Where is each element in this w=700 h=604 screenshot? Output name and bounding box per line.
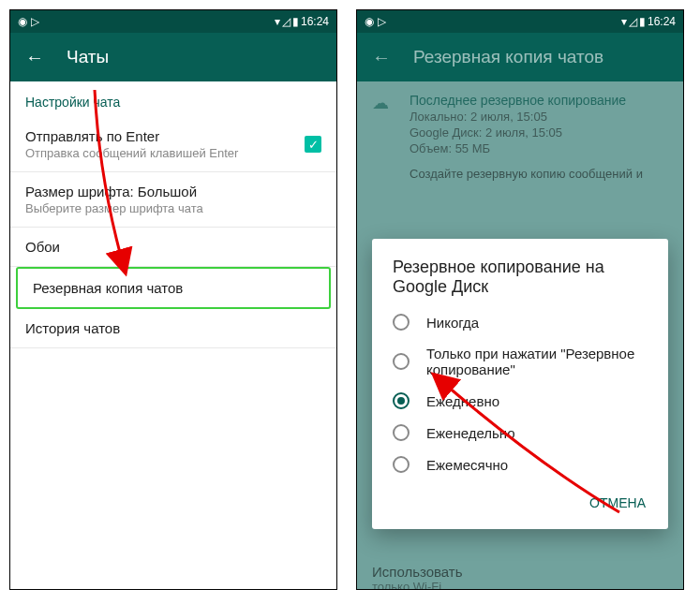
setting-primary: Обои [25, 239, 321, 255]
status-bar: ◉ ▷ ▾ ◿ ▮ 16:24 [10, 10, 336, 33]
last-backup-section: ☁ Последнее резервное копирование Локаль… [357, 81, 683, 167]
appbar-title: Чаты [67, 47, 109, 67]
radio-label: Никогда [426, 315, 479, 331]
setting-font-size[interactable]: Размер шрифта: Большой Выберите размер ш… [10, 172, 336, 228]
app-bar: ← Чаты [10, 33, 336, 81]
radio-label: Только при нажатии "Резервное копировани… [426, 346, 648, 377]
backup-description: Создайте резервную копию сообщений и [357, 167, 683, 188]
cloud-upload-icon: ☁ [372, 93, 395, 155]
notification-icon: ▷ [31, 15, 39, 28]
setting-chat-history[interactable]: История чатов [10, 309, 336, 348]
wifi-icon: ▾ [275, 15, 280, 28]
radio-label: Ежемесячно [426, 457, 508, 473]
radio-option-weekly[interactable]: Еженедельно [372, 417, 668, 449]
setting-primary: Размер шрифта: Большой [25, 184, 321, 199]
dialog-title: Резервное копирование на Google Диск [372, 258, 668, 306]
radio-option-only-tap[interactable]: Только при нажатии "Резервное копировани… [372, 338, 668, 385]
notification-icon: ▷ [378, 15, 386, 28]
radio-icon [393, 456, 410, 473]
highlight-annotation: Резервная копия чатов [16, 267, 331, 309]
last-backup-local: Локально: 2 июля, 15:05 [410, 110, 626, 124]
radio-icon [393, 353, 410, 370]
status-bar: ◉ ▷ ▾ ◿ ▮ 16:24 [357, 10, 683, 33]
last-backup-heading: Последнее резервное копирование [410, 93, 626, 108]
setting-chat-backup[interactable]: Резервная копия чатов [18, 269, 329, 307]
backup-frequency-dialog: Резервное копирование на Google Диск Ник… [372, 239, 668, 529]
last-backup-drive: Google Диск: 2 июля, 15:05 [410, 125, 626, 140]
radio-label: Ежедневно [426, 393, 499, 409]
radio-icon [393, 424, 410, 441]
wifi-icon: ▾ [621, 15, 627, 28]
setting-primary: Резервная копия чатов [33, 280, 314, 296]
back-arrow-icon[interactable]: ← [25, 47, 44, 68]
radio-option-never[interactable]: Никогда [372, 306, 668, 338]
clock: 16:24 [301, 15, 329, 28]
clock: 16:24 [648, 15, 676, 28]
setting-send-on-enter[interactable]: Отправлять по Enter Отправка сообщений к… [10, 117, 336, 172]
radio-option-monthly[interactable]: Ежемесячно [372, 449, 668, 480]
setting-primary: Отправлять по Enter [25, 128, 305, 144]
notification-icon: ◉ [18, 15, 27, 28]
back-arrow-icon[interactable]: ← [372, 47, 391, 68]
signal-icon: ◿ [629, 15, 637, 28]
setting-secondary: Отправка сообщений клавишей Enter [25, 146, 305, 160]
cancel-button[interactable]: ОТМЕНА [582, 488, 653, 518]
network-primary: Использовать [372, 564, 668, 580]
setting-primary: История чатов [25, 320, 321, 336]
setting-secondary: Выберите размер шрифта чата [25, 201, 321, 215]
radio-label: Еженедельно [426, 425, 514, 441]
radio-icon [393, 314, 410, 331]
battery-icon: ▮ [292, 15, 299, 28]
app-bar: ← Резервная копия чатов [357, 33, 683, 81]
signal-icon: ◿ [282, 15, 290, 28]
radio-selected-icon [393, 392, 410, 409]
phone-screen-chats: ◉ ▷ ▾ ◿ ▮ 16:24 ← Чаты Настройки чата От… [9, 9, 337, 590]
notification-icon: ◉ [365, 15, 374, 28]
network-row[interactable]: Использовать только Wi-Fi [357, 554, 683, 590]
checkbox-checked-icon[interactable]: ✓ [305, 136, 321, 153]
dimmed-background: ← Резервная копия чатов ☁ Последнее резе… [357, 33, 683, 589]
radio-option-daily[interactable]: Ежедневно [372, 385, 668, 417]
setting-wallpaper[interactable]: Обои [10, 228, 336, 267]
section-header: Настройки чата [10, 81, 336, 117]
battery-icon: ▮ [639, 15, 646, 28]
appbar-title: Резервная копия чатов [413, 47, 603, 67]
network-secondary: только Wi-Fi [372, 580, 668, 590]
last-backup-size: Объем: 55 МБ [410, 141, 626, 155]
phone-screen-backup: ◉ ▷ ▾ ◿ ▮ 16:24 ← Резервная копия чатов … [356, 9, 684, 590]
